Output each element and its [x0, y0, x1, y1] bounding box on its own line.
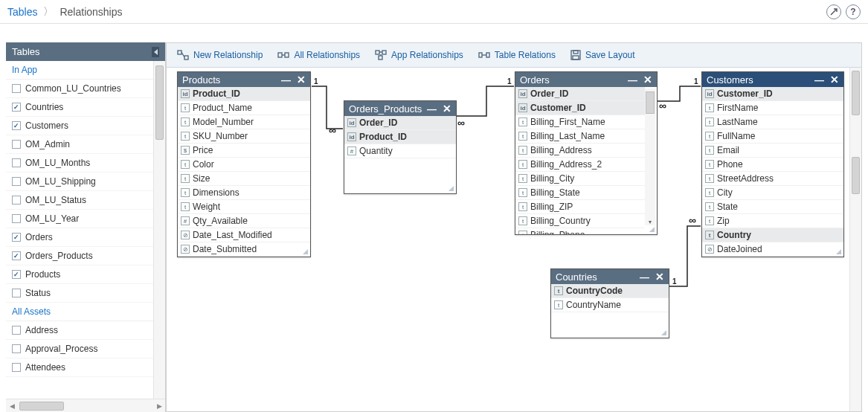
table-countries[interactable]: Countries —✕ tCountryCodetCountryName: [550, 268, 669, 338]
table-scrollbar[interactable]: ▴▾: [645, 88, 655, 225]
checkbox[interactable]: [12, 270, 21, 279]
minimize-icon[interactable]: —: [628, 74, 637, 86]
scroll-left-icon[interactable]: ◀: [6, 400, 18, 412]
table-customers[interactable]: Customers —✕ idCustomer_IDtFirstNametLas…: [701, 71, 844, 257]
resize-handle[interactable]: [660, 329, 667, 336]
table-header-orders[interactable]: Orders —✕: [515, 72, 657, 87]
app-relationships-button[interactable]: App Relationships: [367, 47, 471, 63]
table-field[interactable]: tStreetAddress: [702, 172, 843, 186]
in-app-item[interactable]: Countries: [6, 98, 153, 117]
table-field[interactable]: tDimensions: [178, 186, 310, 200]
close-icon[interactable]: ✕: [443, 103, 451, 115]
minimize-icon[interactable]: —: [814, 74, 824, 86]
sidebar-scrollbar-vertical[interactable]: [153, 61, 165, 399]
table-field[interactable]: tFullName: [702, 129, 843, 144]
table-field[interactable]: tEmail: [702, 144, 843, 158]
feedback-icon[interactable]: [826, 4, 841, 19]
checkbox[interactable]: [12, 233, 21, 242]
table-header-countries[interactable]: Countries —✕: [551, 269, 669, 284]
table-field[interactable]: tLastName: [702, 115, 843, 129]
table-header-customers[interactable]: Customers —✕: [702, 72, 843, 87]
in-app-item[interactable]: OM_LU_Months: [6, 154, 153, 173]
table-header-orders-products[interactable]: Orders_Products —✕: [344, 101, 456, 116]
checkbox[interactable]: [12, 251, 21, 260]
relationship-canvas[interactable]: 1 ∞ ∞ 1 ∞ 1 ∞ 1 Products —✕: [167, 68, 861, 411]
table-field[interactable]: tBilling_Address_2: [515, 158, 645, 172]
table-field[interactable]: tBilling_ZIP: [515, 200, 645, 214]
table-field[interactable]: tBilling_Last_Name: [515, 129, 645, 144]
in-app-item[interactable]: OM_Admin: [6, 135, 153, 154]
sidebar-collapse-icon[interactable]: [152, 47, 159, 57]
table-orders[interactable]: Orders —✕ idOrder_IDidCustomer_IDtBillin…: [515, 71, 658, 235]
minimize-icon[interactable]: —: [427, 103, 437, 115]
checkbox[interactable]: [12, 214, 21, 223]
in-app-item[interactable]: Status: [6, 284, 153, 303]
table-field[interactable]: idOrder_ID: [515, 87, 645, 101]
table-field[interactable]: tBilling_Country: [515, 214, 645, 228]
table-field[interactable]: idOrder_ID: [344, 116, 456, 130]
new-relationship-button[interactable]: New Relationship: [170, 47, 270, 63]
checkbox[interactable]: [12, 177, 21, 186]
all-assets-item[interactable]: Attendees: [6, 358, 153, 377]
in-app-item[interactable]: Products: [6, 265, 153, 284]
checkbox[interactable]: [12, 196, 21, 205]
table-field[interactable]: tBilling_Phone: [515, 228, 645, 234]
table-field[interactable]: tCountryCode: [551, 284, 669, 298]
table-field[interactable]: tModel_Number: [178, 115, 310, 129]
table-field[interactable]: #Quantity: [344, 144, 456, 158]
resize-handle[interactable]: [301, 248, 309, 255]
save-layout-button[interactable]: Save Layout: [563, 47, 643, 63]
table-field[interactable]: tCity: [702, 186, 843, 200]
checkbox[interactable]: [12, 344, 21, 353]
checkbox[interactable]: [12, 363, 21, 372]
section-all-assets[interactable]: All Assets: [6, 303, 153, 321]
resize-handle[interactable]: [648, 225, 655, 233]
table-field[interactable]: tWeight: [178, 200, 310, 214]
close-icon[interactable]: ✕: [830, 74, 839, 86]
table-field[interactable]: idProduct_ID: [344, 130, 456, 144]
checkbox[interactable]: [12, 289, 21, 297]
table-field[interactable]: tBilling_City: [515, 172, 645, 186]
all-assets-item[interactable]: Approval_Process: [6, 340, 153, 358]
table-field[interactable]: ⊘DateJoined: [702, 242, 843, 257]
checkbox[interactable]: [12, 158, 21, 167]
table-field[interactable]: tZip: [702, 214, 843, 228]
resize-handle[interactable]: [447, 184, 454, 192]
close-icon[interactable]: ✕: [643, 74, 652, 86]
checkbox[interactable]: [12, 84, 21, 93]
table-field[interactable]: ⊘Date_Last_Modified: [178, 228, 310, 242]
table-field[interactable]: tProduct_Name: [178, 101, 310, 115]
checkbox[interactable]: [12, 326, 21, 335]
sidebar-list[interactable]: In App Common_LU_CountriesCountriesCusto…: [6, 61, 153, 399]
checkbox[interactable]: [12, 140, 21, 149]
in-app-item[interactable]: Orders_Products: [6, 247, 153, 265]
table-field[interactable]: tSize: [178, 172, 310, 186]
help-icon[interactable]: ?: [846, 4, 861, 19]
table-field[interactable]: #Qty_Available: [178, 214, 310, 228]
table-field[interactable]: tPhone: [702, 158, 843, 172]
table-relations-button[interactable]: Table Relations: [471, 47, 563, 63]
table-field[interactable]: idCustomer_ID: [702, 87, 843, 101]
table-header-products[interactable]: Products —✕: [178, 72, 310, 87]
table-orders-products[interactable]: Orders_Products —✕ idOrder_IDidProduct_I…: [344, 100, 457, 194]
in-app-item[interactable]: Common_LU_Countries: [6, 80, 153, 98]
in-app-item[interactable]: Customers: [6, 117, 153, 135]
table-field[interactable]: idProduct_ID: [178, 87, 310, 101]
table-field[interactable]: tCountry: [702, 228, 843, 242]
canvas-scrollbar[interactable]: [849, 68, 861, 411]
table-field[interactable]: tColor: [178, 158, 310, 172]
table-field[interactable]: ⊘Date_Submitted: [178, 242, 310, 257]
sidebar-scrollbar-horizontal[interactable]: ◀ ▶: [6, 399, 165, 412]
section-in-app[interactable]: In App: [6, 61, 153, 80]
close-icon[interactable]: ✕: [297, 74, 306, 86]
checkbox[interactable]: [12, 103, 21, 112]
all-relationships-button[interactable]: All Relationships: [270, 47, 367, 63]
minimize-icon[interactable]: —: [640, 271, 649, 283]
table-field[interactable]: tFirstName: [702, 101, 843, 115]
in-app-item[interactable]: OM_LU_Year: [6, 210, 153, 228]
in-app-item[interactable]: OM_LU_Shipping: [6, 173, 153, 191]
table-field[interactable]: tCountryName: [551, 298, 669, 312]
close-icon[interactable]: ✕: [655, 271, 664, 283]
table-products[interactable]: Products —✕ idProduct_IDtProduct_NametMo…: [177, 71, 311, 257]
table-field[interactable]: tSKU_Number: [178, 129, 310, 144]
